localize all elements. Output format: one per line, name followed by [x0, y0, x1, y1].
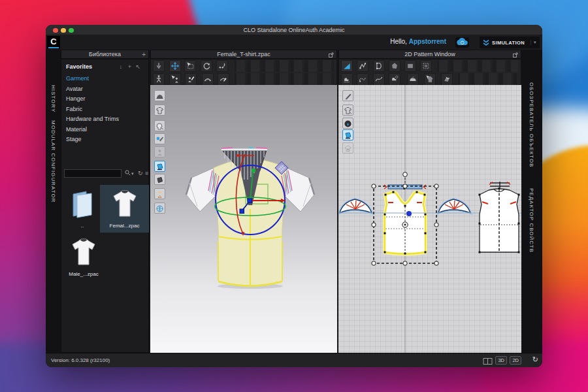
- file-label: ..: [67, 223, 98, 229]
- rectangle-tool-button[interactable]: [404, 60, 416, 72]
- polygon-tool-button[interactable]: [389, 60, 400, 72]
- cloud-sync-icon: [456, 37, 468, 46]
- view2d-toolbar: [338, 59, 521, 85]
- clo-logo-underline: [48, 47, 59, 49]
- move-pin-tool-button[interactable]: [216, 60, 228, 72]
- tab-modular-configurator[interactable]: MODULAR CONFIGURATOR: [50, 120, 56, 203]
- library-file-grid: .. Femal...zpac: [61, 181, 148, 351]
- library-file-tile[interactable]: Femal...zpac: [100, 185, 149, 233]
- library-panel-header: Библиотека +: [61, 50, 149, 59]
- view-2d-button[interactable]: 2D: [510, 356, 521, 365]
- trace-tool-button[interactable]: [420, 60, 432, 72]
- sync-refresh-icon[interactable]: ↻: [532, 355, 538, 364]
- steam-iron-icon: [408, 74, 417, 84]
- edit-avatar-tool-button[interactable]: [185, 73, 197, 85]
- tab-object-browser[interactable]: ОБОЗРЕВАТЕЛЬ ОБЪЕКТОВ: [529, 82, 534, 167]
- greeting: Hello,Appstorrent: [390, 38, 446, 45]
- free-sewing-tool-button[interactable]: [357, 73, 368, 85]
- trace-icon: [421, 61, 431, 71]
- cloud-sync-button[interactable]: [455, 37, 469, 48]
- library-item[interactable]: Stage: [61, 135, 148, 145]
- library-item-label: Fabric: [66, 106, 82, 112]
- search-icon[interactable]: [125, 170, 131, 177]
- free-sewing-icon: [358, 74, 367, 84]
- library-back-icon[interactable]: ↖: [135, 62, 140, 71]
- view2d-viewport[interactable]: [338, 85, 521, 353]
- simulation-button[interactable]: SIMULATION ▾: [480, 37, 540, 48]
- curved-sewing-tool-button[interactable]: [373, 73, 385, 85]
- edit-curvature-icon: [374, 61, 384, 71]
- select-pattern-3d-tool-button[interactable]: [424, 73, 436, 85]
- username-link[interactable]: Appstorrent: [409, 38, 446, 45]
- move-gizmo-tool-button[interactable]: [169, 60, 181, 72]
- tab-property-editor[interactable]: РЕДАКТОР СВОЙСТВ: [529, 188, 534, 253]
- search-options-caret-icon[interactable]: ▾: [131, 171, 134, 176]
- move-gizmo-icon: [171, 61, 180, 71]
- library-item-label: Hanger: [66, 95, 86, 102]
- edit-pattern-icon: [358, 61, 367, 71]
- disabled-tool-slots: [235, 60, 334, 72]
- detail-sewing-icon: [390, 74, 399, 84]
- garment-file-icon: [69, 237, 99, 267]
- library-item[interactable]: Fabric: [61, 105, 148, 115]
- tab-history[interactable]: HISTORY: [50, 85, 56, 112]
- move-pin-icon: [218, 61, 227, 71]
- garment-file-icon: [110, 189, 140, 219]
- transform-pattern-tool-button[interactable]: [341, 60, 353, 72]
- list-view-icon[interactable]: ≡: [145, 170, 148, 176]
- fold-arrangement-tool-button[interactable]: [441, 73, 453, 85]
- fold-arrangement-icon: [442, 74, 451, 84]
- edit-measure-tool-button[interactable]: [218, 73, 229, 85]
- library-add-icon[interactable]: +: [142, 51, 146, 58]
- library-file-tile[interactable]: Male_...zpac: [64, 237, 103, 277]
- library-item-label: Stage: [66, 136, 82, 142]
- library-search-row: ▾ ↻ ≡: [61, 169, 148, 180]
- segment-sewing-tool-button[interactable]: [341, 73, 353, 85]
- edit-curvature-tool-button[interactable]: [373, 60, 385, 72]
- simulation-label: SIMULATION: [492, 40, 525, 46]
- tape-measure-icon: [203, 74, 212, 84]
- titlebar: CLO Standalone OnlineAuth Academic: [46, 25, 542, 35]
- app-window: CLO Standalone OnlineAuth Academic C Hel…: [46, 25, 542, 367]
- library-import-icon[interactable]: ↓: [120, 62, 123, 71]
- simulation-dropdown-caret[interactable]: ▾: [531, 40, 536, 45]
- popout-3d-icon[interactable]: [329, 52, 334, 59]
- garment-3d-scene: [150, 85, 337, 353]
- view-3d-button[interactable]: 3D: [495, 356, 507, 365]
- view2d-title: 2D Pattern Window: [404, 51, 455, 57]
- clo-logo[interactable]: C: [47, 36, 60, 49]
- view2d-panel: [338, 59, 521, 353]
- library-favorites-row[interactable]: Favorites ↓ + ↖: [61, 62, 148, 71]
- steam-iron-tool-button[interactable]: [407, 73, 419, 85]
- tape-measure-tool-button[interactable]: [202, 73, 214, 85]
- library-item[interactable]: Material: [61, 125, 148, 135]
- edit-pattern-tool-button[interactable]: [357, 60, 368, 72]
- view3d-viewport[interactable]: [150, 85, 337, 353]
- clo-logo-letter: C: [47, 36, 60, 47]
- status-bar: Version: 6.0.328 (r32100) 3D 2D ↻: [46, 353, 542, 367]
- library-file-tile[interactable]: ..: [67, 190, 98, 229]
- walk-avatar-tool-button[interactable]: [153, 73, 165, 85]
- split-view-button[interactable]: [483, 356, 493, 367]
- window-title: CLO Standalone OnlineAuth Academic: [46, 27, 542, 33]
- select-avatar-tool-button[interactable]: [169, 73, 181, 85]
- library-refresh-icon[interactable]: ↻: [138, 170, 143, 176]
- select-box-tool-button[interactable]: [184, 60, 196, 72]
- import-pose-tool-button[interactable]: [153, 60, 165, 72]
- library-search-input[interactable]: [64, 169, 122, 178]
- library-item[interactable]: Hanger: [61, 94, 148, 105]
- file-label: Femal...zpac: [100, 223, 149, 229]
- detail-sewing-tool-button[interactable]: [389, 73, 400, 85]
- rotate-gizmo-tool-button[interactable]: [201, 60, 212, 72]
- select-avatar-icon: [171, 74, 180, 84]
- library-add-favorite-icon[interactable]: +: [128, 62, 131, 71]
- library-item-label: Avatar: [66, 86, 83, 92]
- popout-2d-icon[interactable]: [513, 52, 518, 59]
- edit-avatar-icon: [186, 74, 195, 84]
- view2d-panel-header: 2D Pattern Window: [338, 50, 521, 59]
- library-item[interactable]: Garment: [61, 74, 148, 84]
- library-item[interactable]: Hardware and Trims: [61, 114, 148, 125]
- view3d-title: Female_T-shirt.zpac: [217, 51, 270, 57]
- library-item[interactable]: Avatar: [61, 84, 148, 95]
- right-rail: ОБОЗРЕВАТЕЛЬ ОБЪЕКТОВ РЕДАКТОР СВОЙСТВ: [521, 50, 542, 353]
